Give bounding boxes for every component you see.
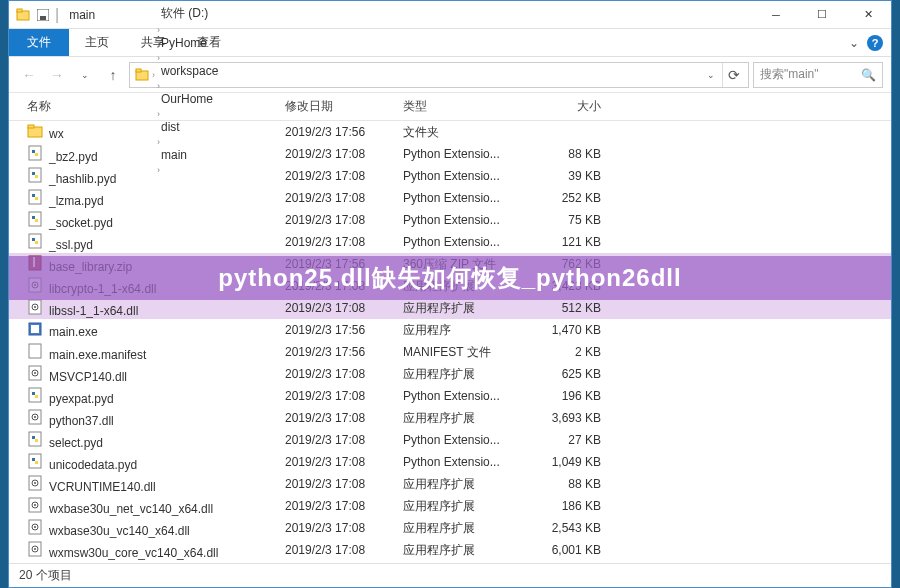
file-row[interactable]: _hashlib.pyd2019/2/3 17:08Python Extensi… (9, 165, 891, 187)
ribbon-expand-icon[interactable]: ⌄ (849, 36, 859, 50)
file-row[interactable]: unicodedata.pyd2019/2/3 17:08Python Exte… (9, 451, 891, 473)
chevron-right-icon[interactable]: › (157, 53, 160, 63)
file-icon (27, 475, 43, 491)
svg-rect-5 (136, 69, 141, 72)
svg-rect-1 (17, 9, 22, 12)
breadcrumb-item[interactable]: 软件 (D:) (157, 5, 222, 22)
file-type: 应用程序扩展 (403, 498, 531, 515)
file-row[interactable]: _lzma.pyd2019/2/3 17:08Python Extensio..… (9, 187, 891, 209)
file-name: wxbase30u_vc140_x64.dll (49, 524, 190, 538)
save-icon[interactable] (35, 7, 51, 23)
file-name: _hashlib.pyd (49, 172, 116, 186)
file-icon (27, 321, 43, 337)
chevron-right-icon[interactable]: › (152, 70, 155, 80)
svg-point-30 (34, 416, 36, 418)
navbar: ← → ⌄ ↑ › 此电脑›软件 (D:)›PyHome›workspace›O… (9, 57, 891, 93)
header-date[interactable]: 修改日期 (285, 98, 403, 115)
file-row[interactable]: wx2019/2/3 17:56文件夹 (9, 121, 891, 143)
file-type: Python Extensio... (403, 455, 531, 469)
file-type: 应用程序扩展 (403, 520, 531, 537)
header-name[interactable]: 名称 (27, 98, 285, 115)
file-date: 2019/2/3 17:08 (285, 213, 403, 227)
file-row[interactable]: _socket.pyd2019/2/3 17:08Python Extensio… (9, 209, 891, 231)
file-size: 196 KB (531, 389, 621, 403)
file-type: 应用程序扩展 (403, 300, 531, 317)
svg-point-26 (34, 372, 36, 374)
file-name: base_library.zip (49, 260, 132, 274)
file-name: MSVCP140.dll (49, 370, 127, 384)
file-row[interactable]: VCRUNTIME140.dll2019/2/3 17:08应用程序扩展88 K… (9, 473, 891, 495)
file-date: 2019/2/3 17:08 (285, 367, 403, 381)
file-row[interactable]: libcrypto-1_1-x64.dll2019/2/3 17:08应用程序扩… (9, 275, 891, 297)
file-row[interactable]: MSVCP140.dll2019/2/3 17:08应用程序扩展625 KB (9, 363, 891, 385)
tab-home[interactable]: 主页 (69, 29, 125, 56)
file-type: 应用程序扩展 (403, 542, 531, 559)
address-bar[interactable]: › 此电脑›软件 (D:)›PyHome›workspace›OurHome›d… (129, 62, 749, 88)
file-name: python37.dll (49, 414, 114, 428)
file-name: unicodedata.pyd (49, 458, 137, 472)
qat-separator: | (55, 6, 59, 24)
nav-recent-button[interactable]: ⌄ (73, 63, 97, 87)
file-icon (27, 211, 43, 227)
file-name: _bz2.pyd (49, 150, 98, 164)
file-date: 2019/2/3 17:08 (285, 499, 403, 513)
file-type: Python Extensio... (403, 191, 531, 205)
nav-up-button[interactable]: ↑ (101, 63, 125, 87)
file-row[interactable]: python37.dll2019/2/3 17:08应用程序扩展3,693 KB (9, 407, 891, 429)
file-name: _socket.pyd (49, 216, 113, 230)
file-row[interactable]: main.exe2019/2/3 17:56应用程序1,470 KB (9, 319, 891, 341)
file-row[interactable]: select.pyd2019/2/3 17:08Python Extensio.… (9, 429, 891, 451)
file-date: 2019/2/3 17:08 (285, 455, 403, 469)
folder-icon (15, 7, 31, 23)
file-type: 文件夹 (403, 124, 531, 141)
search-input[interactable]: 搜索"main" 🔍 (753, 62, 883, 88)
file-row[interactable]: wxbase30u_vc140_x64.dll2019/2/3 17:08应用程… (9, 517, 891, 539)
file-date: 2019/2/3 17:08 (285, 279, 403, 293)
window-title: main (69, 8, 95, 22)
file-size: 2,543 KB (531, 521, 621, 535)
file-icon (27, 343, 43, 359)
file-date: 2019/2/3 17:08 (285, 433, 403, 447)
file-row[interactable]: _bz2.pyd2019/2/3 17:08Python Extensio...… (9, 143, 891, 165)
file-row[interactable]: main.exe.manifest2019/2/3 17:56MANIFEST … (9, 341, 891, 363)
file-name: _ssl.pyd (49, 238, 93, 252)
header-type[interactable]: 类型 (403, 98, 531, 115)
minimize-button[interactable]: ─ (753, 1, 799, 29)
help-icon[interactable]: ? (867, 35, 883, 51)
file-icon (27, 189, 43, 205)
file-row[interactable]: _ssl.pyd2019/2/3 17:08Python Extensio...… (9, 231, 891, 253)
file-icon (27, 409, 43, 425)
status-bar: 20 个项目 (9, 563, 891, 587)
svg-rect-14 (33, 257, 35, 267)
nav-forward-button[interactable]: → (45, 63, 69, 87)
file-icon (27, 299, 43, 315)
file-row[interactable]: base_library.zip2019/2/3 17:56360压缩 ZIP … (9, 253, 891, 275)
chevron-right-icon[interactable]: › (157, 25, 160, 35)
file-icon (27, 233, 43, 249)
tab-file[interactable]: 文件 (9, 29, 69, 56)
chevron-right-icon[interactable]: › (157, 81, 160, 91)
file-icon (27, 497, 43, 513)
nav-back-button[interactable]: ← (17, 63, 41, 87)
file-icon (27, 277, 43, 293)
file-row[interactable]: wxbase30u_net_vc140_x64.dll2019/2/3 17:0… (9, 495, 891, 517)
breadcrumb-item[interactable]: workspace (157, 64, 222, 78)
breadcrumb-item[interactable]: PyHome (157, 36, 222, 50)
svg-point-17 (34, 284, 36, 286)
file-size: 88 KB (531, 147, 621, 161)
svg-rect-22 (31, 325, 39, 333)
refresh-icon[interactable]: ⟳ (722, 63, 744, 87)
file-size: 512 KB (531, 301, 621, 315)
header-size[interactable]: 大小 (531, 98, 621, 115)
file-size: 75 KB (531, 213, 621, 227)
close-button[interactable]: ✕ (845, 1, 891, 29)
maximize-button[interactable]: ☐ (799, 1, 845, 29)
file-row[interactable]: pyexpat.pyd2019/2/3 17:08Python Extensio… (9, 385, 891, 407)
file-row[interactable]: wxmsw30u_core_vc140_x64.dll2019/2/3 17:0… (9, 539, 891, 561)
file-row[interactable]: libssl-1_1-x64.dll2019/2/3 17:08应用程序扩展51… (9, 297, 891, 319)
chevron-right-icon[interactable]: › (157, 0, 160, 4)
file-icon (27, 453, 43, 469)
dropdown-icon[interactable]: ⌄ (702, 63, 720, 87)
file-name: libssl-1_1-x64.dll (49, 304, 138, 318)
column-headers: 名称 修改日期 类型 大小 (9, 93, 891, 121)
